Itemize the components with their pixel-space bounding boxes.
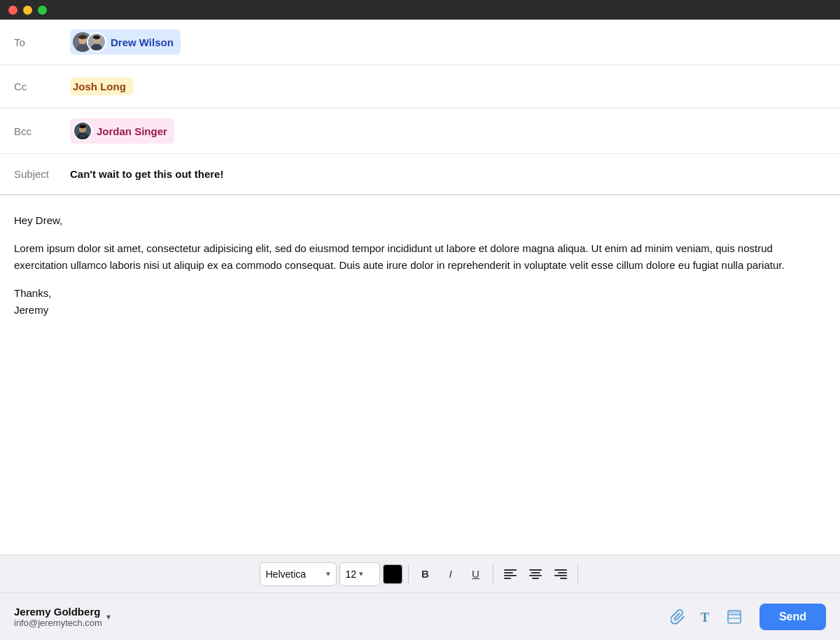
toolbar-divider-1	[408, 564, 409, 584]
svg-rect-23	[554, 575, 567, 576]
svg-rect-19	[529, 575, 542, 576]
align-left-icon	[504, 569, 517, 579]
bcc-avatar	[73, 121, 92, 141]
align-left-button[interactable]	[499, 563, 522, 585]
bcc-recipient-chip[interactable]: Jordan Singer	[70, 118, 174, 144]
sender-dropdown-chevron-icon[interactable]: ▾	[106, 612, 111, 622]
template-icon	[727, 609, 742, 625]
send-button[interactable]: Send	[760, 604, 826, 630]
sender-email: info@jeremytech.com	[14, 618, 102, 628]
svg-rect-21	[554, 569, 567, 571]
align-center-button[interactable]	[524, 563, 547, 585]
svg-rect-20	[532, 578, 539, 579]
svg-rect-24	[560, 578, 567, 579]
to-label: To	[14, 36, 70, 48]
svg-rect-13	[504, 569, 517, 571]
svg-rect-12	[80, 134, 86, 137]
cc-field-row: Cc Josh Long	[0, 65, 840, 109]
font-family-name: Helvetica	[266, 569, 322, 580]
text-format-button[interactable]: T	[692, 603, 720, 631]
svg-rect-17	[529, 569, 542, 571]
to-field-row: To	[0, 20, 840, 65]
font-family-chevron-icon: ▾	[326, 569, 330, 578]
to-recipient-chip[interactable]: Drew Wilson	[70, 29, 181, 55]
font-family-select[interactable]: Helvetica ▾	[260, 562, 337, 586]
color-swatch[interactable]	[383, 564, 402, 584]
svg-rect-18	[531, 572, 540, 573]
svg-rect-27	[728, 611, 741, 615]
subject-text[interactable]: Can't wait to get this out there!	[70, 168, 223, 180]
sender-info: Jeremy Goldberg info@jeremytech.com	[14, 606, 102, 628]
bold-button[interactable]: B	[414, 563, 437, 585]
text-format-icon: T	[699, 609, 714, 625]
formatting-toolbar: Helvetica ▾ 12 ▾ B I U	[0, 555, 840, 592]
svg-rect-15	[504, 575, 517, 576]
font-size-value: 12	[346, 569, 357, 580]
bcc-field-row: Bcc Jordan Singer	[0, 109, 840, 154]
svg-rect-22	[558, 572, 567, 573]
align-center-icon	[529, 569, 542, 579]
maximize-button[interactable]	[38, 6, 47, 15]
font-size-chevron-icon: ▾	[359, 569, 363, 578]
compose-area: To	[0, 20, 840, 640]
minimize-button[interactable]	[23, 6, 32, 15]
bcc-recipient-name: Jordan Singer	[97, 125, 167, 137]
align-right-button[interactable]	[550, 563, 572, 585]
fields-section: To	[0, 20, 840, 195]
close-button[interactable]	[8, 6, 18, 15]
svg-rect-14	[504, 572, 513, 573]
body-section[interactable]: Hey Drew, Lorem ipsum dolor sit amet, co…	[0, 195, 840, 555]
bottom-bar: Jeremy Goldberg info@jeremytech.com ▾ T	[0, 592, 840, 640]
body-greeting: Hey Drew,	[14, 212, 826, 229]
to-recipient-name: Drew Wilson	[111, 36, 174, 48]
svg-point-7	[93, 35, 100, 39]
cc-label: Cc	[14, 81, 70, 92]
to-avatar-stack	[73, 32, 106, 52]
align-right-icon	[554, 569, 567, 579]
body-paragraph: Lorem ipsum dolor sit amet, consectetur …	[14, 240, 826, 274]
font-size-select[interactable]: 12 ▾	[340, 562, 380, 586]
to-avatar-2	[87, 32, 106, 52]
cc-recipient-name: Josh Long	[73, 81, 126, 92]
bcc-label: Bcc	[14, 125, 70, 137]
italic-button[interactable]: I	[440, 563, 462, 585]
paperclip-icon	[671, 609, 686, 625]
body-closing: Thanks, Jeremy	[14, 285, 826, 319]
cc-recipient-chip[interactable]: Josh Long	[70, 78, 133, 95]
subject-field-row: Subject Can't wait to get this out there…	[0, 154, 840, 195]
subject-label: Subject	[14, 168, 70, 180]
title-bar	[0, 0, 840, 20]
template-button[interactable]	[720, 603, 748, 631]
toolbar-divider-3	[578, 564, 578, 584]
attachment-button[interactable]	[664, 603, 692, 631]
svg-point-3	[78, 35, 87, 39]
underline-button[interactable]: U	[465, 563, 487, 585]
svg-rect-16	[504, 578, 511, 579]
sender-name: Jeremy Goldberg	[14, 606, 102, 618]
svg-point-11	[79, 125, 85, 128]
toolbar-divider-2	[493, 564, 493, 584]
svg-text:T: T	[701, 611, 709, 625]
